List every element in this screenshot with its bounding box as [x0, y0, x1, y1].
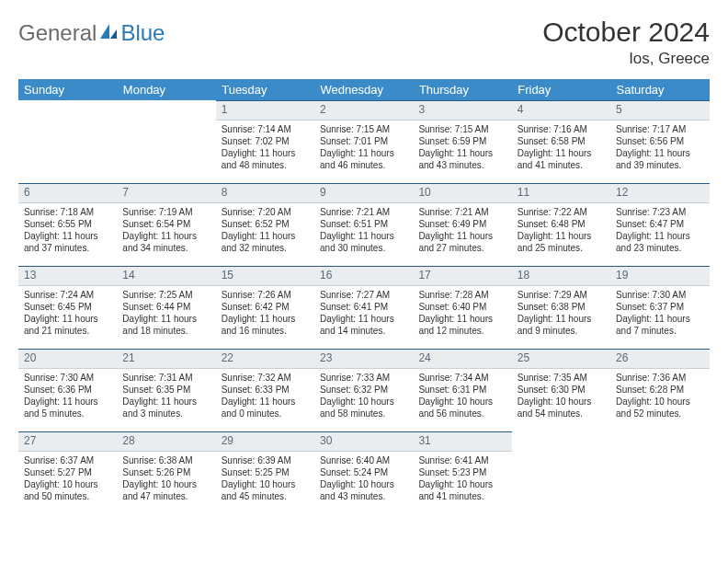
sunrise-value: 7:27 AM — [357, 290, 391, 300]
day-number: 25 — [512, 349, 610, 369]
sunset-label: Sunset: — [24, 467, 55, 477]
day-header: Saturday — [610, 79, 709, 100]
sunrise-line: Sunrise: 6:40 AM — [320, 454, 407, 466]
sunset-line: Sunset: 6:33 PM — [222, 384, 309, 396]
day-number: 9 — [314, 183, 413, 203]
sunrise-line: Sunrise: 7:20 AM — [222, 206, 309, 218]
daylight-line: Daylight: 11 hours and 23 minutes. — [616, 230, 703, 254]
sunset-value: 6:42 PM — [255, 302, 289, 312]
sunset-label: Sunset: — [122, 219, 154, 229]
daylight-line: Daylight: 11 hours and 0 minutes. — [222, 396, 309, 419]
calendar-cell: 18Sunrise: 7:29 AMSunset: 6:38 PMDayligh… — [512, 266, 610, 349]
calendar-cell: 29Sunrise: 6:39 AMSunset: 5:25 PMDayligh… — [216, 431, 314, 514]
sunrise-line: Sunrise: 7:18 AM — [24, 206, 111, 218]
day-number: 12 — [610, 183, 709, 203]
day-details: Sunrise: 7:21 AMSunset: 6:51 PMDaylight:… — [314, 203, 413, 256]
daylight-label: Daylight: — [24, 396, 60, 407]
sunset-line: Sunset: 6:58 PM — [518, 135, 605, 147]
daylight-label: Daylight: — [418, 396, 454, 407]
sunrise-label: Sunrise: — [418, 124, 452, 134]
svg-marker-1 — [110, 29, 117, 39]
sunset-value: 6:54 PM — [156, 219, 190, 229]
sunrise-value: 6:41 AM — [455, 455, 489, 465]
calendar-cell: 26Sunrise: 7:36 AMSunset: 6:28 PMDayligh… — [610, 349, 709, 431]
sunset-value: 5:23 PM — [452, 467, 486, 477]
daylight-line: Daylight: 10 hours and 56 minutes. — [418, 396, 506, 419]
calendar-cell: 12Sunrise: 7:23 AMSunset: 6:47 PMDayligh… — [610, 183, 709, 266]
day-details: Sunrise: 7:15 AMSunset: 7:01 PMDaylight:… — [314, 121, 413, 173]
sunrise-label: Sunrise: — [418, 373, 452, 383]
sunset-label: Sunset: — [418, 302, 449, 312]
sunrise-line: Sunrise: 7:35 AM — [518, 372, 605, 384]
calendar-cell: 17Sunrise: 7:28 AMSunset: 6:40 PMDayligh… — [413, 266, 511, 349]
day-details: Sunrise: 7:16 AMSunset: 6:58 PMDaylight:… — [512, 121, 610, 173]
day-details: Sunrise: 6:37 AMSunset: 5:27 PMDaylight:… — [18, 452, 117, 504]
sunrise-value: 7:36 AM — [653, 373, 687, 383]
sunrise-label: Sunrise: — [222, 290, 256, 300]
day-details: Sunrise: 7:20 AMSunset: 6:52 PMDaylight:… — [216, 203, 314, 256]
title-block: October 2024 Ios, Greece — [542, 17, 710, 68]
day-details: Sunrise: 7:21 AMSunset: 6:49 PMDaylight:… — [413, 203, 511, 256]
sunset-value: 7:01 PM — [354, 136, 388, 146]
sunset-value: 6:52 PM — [255, 219, 289, 229]
daylight-label: Daylight: — [222, 314, 257, 324]
sunrise-value: 7:33 AM — [357, 373, 391, 383]
day-details: Sunrise: 7:17 AMSunset: 6:56 PMDaylight:… — [610, 121, 709, 173]
sunrise-label: Sunrise: — [518, 373, 552, 383]
sunset-line: Sunset: 6:32 PM — [320, 384, 407, 396]
daylight-line: Daylight: 10 hours and 54 minutes. — [518, 396, 605, 419]
daylight-line: Daylight: 11 hours and 34 minutes. — [122, 230, 210, 254]
sunset-line: Sunset: 6:28 PM — [616, 384, 703, 396]
calendar-cell — [512, 431, 610, 514]
day-header: Thursday — [413, 79, 511, 100]
sunset-label: Sunset: — [616, 136, 647, 146]
sunrise-value: 7:23 AM — [653, 207, 687, 217]
calendar-page: General Blue October 2024 Ios, Greece Su… — [0, 0, 728, 523]
sunset-label: Sunset: — [616, 219, 647, 229]
sunrise-value: 6:39 AM — [257, 455, 291, 465]
calendar-cell: 30Sunrise: 6:40 AMSunset: 5:24 PMDayligh… — [314, 431, 413, 514]
sunset-value: 6:44 PM — [156, 302, 190, 312]
sunrise-value: 7:15 AM — [455, 124, 489, 134]
day-header: Wednesday — [314, 79, 413, 100]
daylight-label: Daylight: — [122, 396, 158, 407]
daylight-label: Daylight: — [320, 479, 356, 489]
sunrise-label: Sunrise: — [320, 124, 354, 134]
calendar-grid: Sunday Monday Tuesday Wednesday Thursday… — [18, 79, 710, 514]
day-number: 3 — [413, 100, 511, 121]
calendar-cell: 1Sunrise: 7:14 AMSunset: 7:02 PMDaylight… — [216, 100, 314, 183]
sunset-value: 6:56 PM — [650, 136, 684, 146]
sunrise-label: Sunrise: — [418, 207, 452, 217]
sunset-label: Sunset: — [518, 385, 549, 395]
daylight-line: Daylight: 11 hours and 14 minutes. — [320, 313, 407, 337]
sunset-value: 5:25 PM — [255, 467, 289, 477]
sunset-line: Sunset: 5:23 PM — [418, 466, 506, 478]
sunrise-value: 7:21 AM — [455, 207, 489, 217]
sunset-value: 5:26 PM — [156, 467, 190, 477]
day-header: Friday — [512, 79, 610, 100]
sunset-line: Sunset: 5:24 PM — [320, 466, 407, 478]
sunset-value: 6:47 PM — [650, 219, 684, 229]
sunrise-value: 7:31 AM — [159, 373, 193, 383]
daylight-label: Daylight: — [24, 314, 60, 324]
daylight-label: Daylight: — [320, 396, 356, 407]
calendar-cell: 9Sunrise: 7:21 AMSunset: 6:51 PMDaylight… — [314, 183, 413, 266]
daylight-line: Daylight: 11 hours and 21 minutes. — [24, 313, 111, 337]
sunrise-line: Sunrise: 7:14 AM — [222, 123, 309, 135]
daylight-label: Daylight: — [616, 148, 652, 158]
sunset-label: Sunset: — [222, 467, 253, 477]
calendar-cell: 19Sunrise: 7:30 AMSunset: 6:37 PMDayligh… — [610, 266, 709, 349]
sunrise-line: Sunrise: 7:26 AM — [222, 289, 309, 301]
sunrise-label: Sunrise: — [616, 290, 650, 300]
sunset-label: Sunset: — [518, 219, 549, 229]
calendar-cell: 21Sunrise: 7:31 AMSunset: 6:35 PMDayligh… — [117, 349, 215, 431]
sunset-value: 6:33 PM — [255, 385, 289, 395]
day-details: Sunrise: 7:31 AMSunset: 6:35 PMDaylight:… — [117, 369, 215, 421]
sunrise-value: 7:32 AM — [257, 373, 291, 383]
day-number: 20 — [18, 349, 117, 369]
sunrise-label: Sunrise: — [518, 207, 552, 217]
day-details: Sunrise: 7:30 AMSunset: 6:37 PMDaylight:… — [610, 286, 709, 339]
header: General Blue October 2024 Ios, Greece — [18, 17, 710, 68]
sunrise-value: 7:19 AM — [159, 207, 193, 217]
day-number: 6 — [18, 183, 117, 203]
